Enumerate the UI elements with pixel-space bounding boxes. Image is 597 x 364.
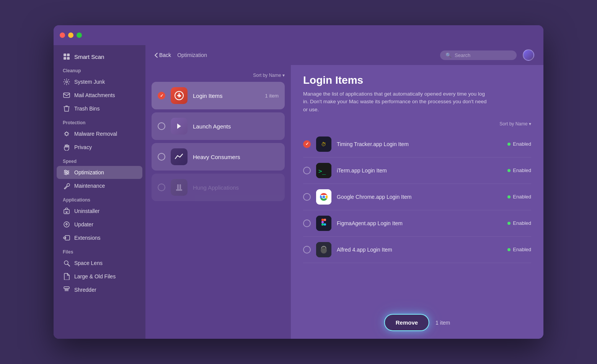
enabled-dot [507,169,511,172]
bio-icon [63,130,70,138]
chrome-item-name: Google Chrome.app Login Item [337,194,502,200]
svg-point-45 [323,247,324,248]
svg-text:>_: >_ [318,167,326,175]
sidebar-item-privacy[interactable]: Privacy [57,141,142,154]
sidebar: Smart Scan Cleanup System Junk Mail Atta… [54,45,145,339]
svg-rect-24 [176,189,182,191]
enabled-dot [507,222,511,225]
sidebar-item-updater[interactable]: Updater [57,218,142,231]
close-button[interactable] [60,32,65,38]
svg-line-20 [68,264,70,266]
sidebar-item-smart-scan[interactable]: Smart Scan [57,50,142,63]
enabled-dot [507,248,511,251]
sidebar-item-malware-removal[interactable]: Malware Removal [57,127,142,140]
app-window: Smart Scan Cleanup System Junk Mail Atta… [54,25,543,339]
radio-timing[interactable] [303,140,311,148]
sidebar-item-label: Mail Attachments [74,92,115,98]
svg-rect-38 [321,221,324,223]
sidebar-item-mail-attachments[interactable]: Mail Attachments [57,89,142,102]
sidebar-item-shredder[interactable]: Shredder [57,283,142,296]
svg-rect-25 [177,184,179,189]
back-button[interactable]: Back [155,52,171,58]
list-item-launch-agents[interactable]: Launch Agents [152,112,285,140]
hung-applications-label: Hung Applications [193,184,279,191]
launch-agents-icon [171,118,188,135]
gear-icon [63,78,70,86]
iterm-item-name: iTerm.app Login Item [337,167,502,174]
login-item-row: Google Chrome.app Login Item Enabled [303,184,531,210]
search-input[interactable] [455,52,508,58]
back-label: Back [159,52,171,58]
sidebar-item-system-junk[interactable]: System Junk [57,75,142,88]
list-item-hung-applications[interactable]: Hung Applications [152,174,285,201]
svg-rect-17 [64,237,66,239]
update-icon [63,221,70,228]
iterm-status: Enabled [507,167,531,173]
radio-chrome[interactable] [303,193,311,201]
svg-point-40 [324,223,326,226]
right-panel: Login Items Manage the list of applicati… [291,65,543,339]
files-icon [63,273,70,280]
sidebar-item-label: Maintenance [74,183,105,189]
smart-scan-icon [63,53,70,60]
maximize-button[interactable] [77,32,82,38]
hand-icon [63,143,70,151]
sidebar-item-label: System Junk [74,79,105,85]
app-icon-chrome [316,189,331,205]
sidebar-item-label: Uninstaller [74,208,100,214]
section-header-applications: Applications [54,193,145,204]
alfred-status: Enabled [507,247,531,252]
user-avatar[interactable] [523,49,534,61]
svg-text:⏱: ⏱ [321,141,326,147]
remove-button[interactable]: Remove [384,314,429,331]
heavy-consumers-icon [171,148,188,165]
sidebar-item-large-old-files[interactable]: Large & Old Files [57,270,142,283]
radio-iterm[interactable] [303,167,311,174]
extensions-icon [63,234,70,242]
sidebar-item-extensions[interactable]: Extensions [57,231,142,244]
sort-bar-right[interactable]: Sort by Name ▾ [303,121,531,127]
enabled-label: Enabled [513,141,531,147]
search-box: 🔍 [440,50,517,60]
minimize-button[interactable] [68,32,73,38]
radio-login-items[interactable] [158,92,165,99]
svg-rect-5 [64,93,70,98]
svg-rect-21 [64,287,69,289]
enabled-label: Enabled [513,194,531,200]
lens-icon [63,259,70,267]
svg-rect-0 [64,54,66,56]
radio-alfred[interactable] [303,246,311,253]
traffic-lights [60,32,82,38]
sidebar-item-maintenance[interactable]: Maintenance [57,179,142,192]
sidebar-item-label: Space Lens [74,260,103,266]
section-header-files: Files [54,245,145,256]
radio-launch-agents[interactable] [158,122,165,130]
right-panel-title: Login Items [303,74,531,86]
sidebar-item-uninstaller[interactable]: Uninstaller [57,205,142,218]
content-area: Sort by Name ▾ Login Items 1 item [145,65,543,339]
enabled-label: Enabled [513,220,531,226]
hung-applications-icon [171,179,188,196]
sidebar-item-label: Large & Old Files [74,273,116,280]
wrench-icon [63,182,70,190]
shredder-icon [63,286,70,294]
sidebar-item-space-lens[interactable]: Space Lens [57,257,142,270]
main-content: Back Optimization 🔍 Sort by Name ▾ [145,45,543,339]
left-panel: Sort by Name ▾ Login Items 1 item [145,65,291,339]
radio-hung-applications[interactable] [158,184,165,191]
list-item-login-items[interactable]: Login Items 1 item [152,82,285,109]
radio-heavy-consumers[interactable] [158,153,165,161]
login-item-row: Alfred 4.app Login Item Enabled [303,237,531,263]
main-header: Back Optimization 🔍 [145,45,543,65]
enabled-label: Enabled [513,247,531,252]
svg-rect-39 [321,223,324,226]
radio-figma[interactable] [303,219,311,227]
svg-rect-36 [321,219,324,221]
sidebar-item-optimization[interactable]: Optimization [57,166,142,179]
login-item-row: ⏱ Timing Tracker.app Login Item Enabled [303,131,531,158]
list-item-heavy-consumers[interactable]: Heavy Consumers [152,143,285,171]
sort-bar-left[interactable]: Sort by Name ▾ [152,71,285,82]
sidebar-item-trash-bins[interactable]: Trash Bins [57,102,142,115]
sidebar-item-label: Optimization [74,169,104,176]
uninstall-icon [63,207,70,215]
